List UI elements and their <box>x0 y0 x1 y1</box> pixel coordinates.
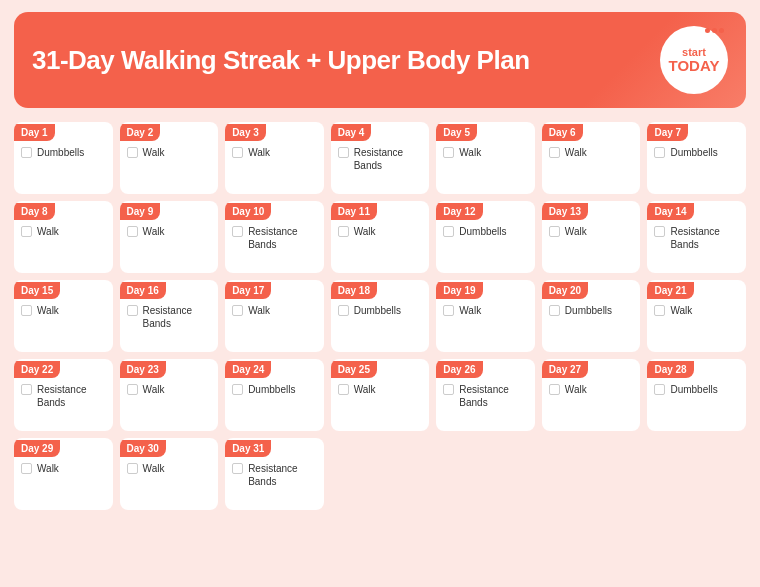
day-card[interactable]: Day 25Walk <box>331 359 430 431</box>
day-checkbox[interactable] <box>232 147 243 158</box>
day-card[interactable]: Day 22Resistance Bands <box>14 359 113 431</box>
day-card[interactable]: Day 3Walk <box>225 122 324 194</box>
day-checkbox[interactable] <box>21 463 32 474</box>
day-checkbox[interactable] <box>21 147 32 158</box>
day-checkbox[interactable] <box>654 384 665 395</box>
day-card[interactable]: Day 31Resistance Bands <box>225 438 324 510</box>
day-card[interactable]: Day 27Walk <box>542 359 641 431</box>
day-card[interactable]: Day 28Dumbbells <box>647 359 746 431</box>
day-card[interactable]: Day 20Dumbbells <box>542 280 641 352</box>
day-checkbox[interactable] <box>338 305 349 316</box>
day-checkbox[interactable] <box>549 226 560 237</box>
day-card[interactable]: Day 21Walk <box>647 280 746 352</box>
day-content: Walk <box>120 457 219 481</box>
day-checkbox[interactable] <box>443 226 454 237</box>
day-card[interactable]: Day 6Walk <box>542 122 641 194</box>
day-label: Day 12 <box>436 203 482 220</box>
day-card[interactable]: Day 7Dumbbells <box>647 122 746 194</box>
activity-text: Resistance Bands <box>37 383 106 409</box>
activity-text: Resistance Bands <box>459 383 528 409</box>
day-checkbox[interactable] <box>21 384 32 395</box>
day-checkbox[interactable] <box>443 147 454 158</box>
day-card[interactable]: Day 9Walk <box>120 201 219 273</box>
day-card[interactable]: Day 12Dumbbells <box>436 201 535 273</box>
day-label: Day 26 <box>436 361 482 378</box>
day-card[interactable]: Day 30Walk <box>120 438 219 510</box>
day-card[interactable]: Day 11Walk <box>331 201 430 273</box>
day-content: Walk <box>436 299 535 323</box>
day-card[interactable]: Day 14Resistance Bands <box>647 201 746 273</box>
day-checkbox[interactable] <box>127 147 138 158</box>
day-label: Day 21 <box>647 282 693 299</box>
day-content: Walk <box>225 299 324 323</box>
day-checkbox[interactable] <box>21 226 32 237</box>
day-checkbox[interactable] <box>338 226 349 237</box>
activity-text: Walk <box>143 225 165 238</box>
day-label: Day 28 <box>647 361 693 378</box>
day-card[interactable]: Day 5Walk <box>436 122 535 194</box>
day-checkbox[interactable] <box>654 305 665 316</box>
day-label: Day 23 <box>120 361 166 378</box>
day-card[interactable]: Day 26Resistance Bands <box>436 359 535 431</box>
empty-cell <box>436 438 535 510</box>
day-label: Day 4 <box>331 124 372 141</box>
day-card[interactable]: Day 18Dumbbells <box>331 280 430 352</box>
activity-text: Resistance Bands <box>248 225 317 251</box>
day-card[interactable]: Day 23Walk <box>120 359 219 431</box>
day-label: Day 22 <box>14 361 60 378</box>
day-checkbox[interactable] <box>127 305 138 316</box>
day-card[interactable]: Day 17Walk <box>225 280 324 352</box>
day-checkbox[interactable] <box>232 384 243 395</box>
day-card[interactable]: Day 19Walk <box>436 280 535 352</box>
day-checkbox[interactable] <box>654 226 665 237</box>
day-card[interactable]: Day 13Walk <box>542 201 641 273</box>
badge-today-text: TODAY <box>669 58 720 75</box>
day-checkbox[interactable] <box>654 147 665 158</box>
day-content: Dumbbells <box>225 378 324 402</box>
activity-text: Walk <box>459 304 481 317</box>
day-label: Day 2 <box>120 124 161 141</box>
day-checkbox[interactable] <box>549 147 560 158</box>
day-card[interactable]: Day 2Walk <box>120 122 219 194</box>
day-checkbox[interactable] <box>443 384 454 395</box>
day-content: Resistance Bands <box>647 220 746 257</box>
day-card[interactable]: Day 29Walk <box>14 438 113 510</box>
day-content: Walk <box>331 378 430 402</box>
day-checkbox[interactable] <box>127 226 138 237</box>
activity-text: Dumbbells <box>37 146 84 159</box>
day-card[interactable]: Day 10Resistance Bands <box>225 201 324 273</box>
activity-text: Walk <box>354 383 376 396</box>
day-checkbox[interactable] <box>127 463 138 474</box>
day-checkbox[interactable] <box>549 305 560 316</box>
day-checkbox[interactable] <box>338 384 349 395</box>
day-checkbox[interactable] <box>232 463 243 474</box>
activity-text: Walk <box>37 462 59 475</box>
activity-text: Walk <box>565 383 587 396</box>
day-card[interactable]: Day 16Resistance Bands <box>120 280 219 352</box>
day-card[interactable]: Day 24Dumbbells <box>225 359 324 431</box>
day-card[interactable]: Day 15Walk <box>14 280 113 352</box>
day-content: Dumbbells <box>436 220 535 244</box>
day-checkbox[interactable] <box>549 384 560 395</box>
day-checkbox[interactable] <box>443 305 454 316</box>
day-card[interactable]: Day 1Dumbbells <box>14 122 113 194</box>
day-content: Walk <box>542 141 641 165</box>
day-card[interactable]: Day 8Walk <box>14 201 113 273</box>
day-card[interactable]: Day 4Resistance Bands <box>331 122 430 194</box>
day-checkbox[interactable] <box>338 147 349 158</box>
activity-text: Dumbbells <box>670 383 717 396</box>
activity-text: Resistance Bands <box>354 146 423 172</box>
day-checkbox[interactable] <box>232 305 243 316</box>
page-title: 31-Day Walking Streak + Upper Body Plan <box>32 45 530 76</box>
day-checkbox[interactable] <box>21 305 32 316</box>
activity-text: Walk <box>248 304 270 317</box>
day-label: Day 11 <box>331 203 377 220</box>
day-checkbox[interactable] <box>127 384 138 395</box>
day-content: Dumbbells <box>14 141 113 165</box>
day-checkbox[interactable] <box>232 226 243 237</box>
day-label: Day 9 <box>120 203 161 220</box>
day-label: Day 7 <box>647 124 688 141</box>
day-content: Resistance Bands <box>225 457 324 494</box>
day-label: Day 1 <box>14 124 55 141</box>
day-label: Day 16 <box>120 282 166 299</box>
